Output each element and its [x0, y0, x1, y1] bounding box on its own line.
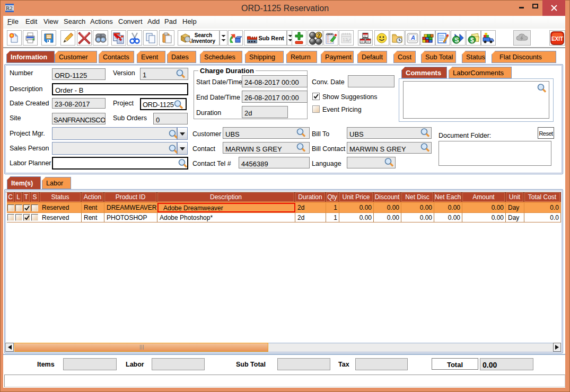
svg-text:S: S: [455, 36, 459, 43]
svg-text:$: $: [470, 36, 474, 43]
svg-text:Search: Search: [194, 32, 212, 38]
svg-text:A: A: [410, 34, 415, 41]
svg-text:?: ?: [317, 32, 320, 38]
svg-text:Inventory: Inventory: [191, 38, 215, 44]
svg-text:EXIT: EXIT: [551, 36, 563, 42]
svg-text:Sub Rent: Sub Rent: [258, 35, 284, 41]
